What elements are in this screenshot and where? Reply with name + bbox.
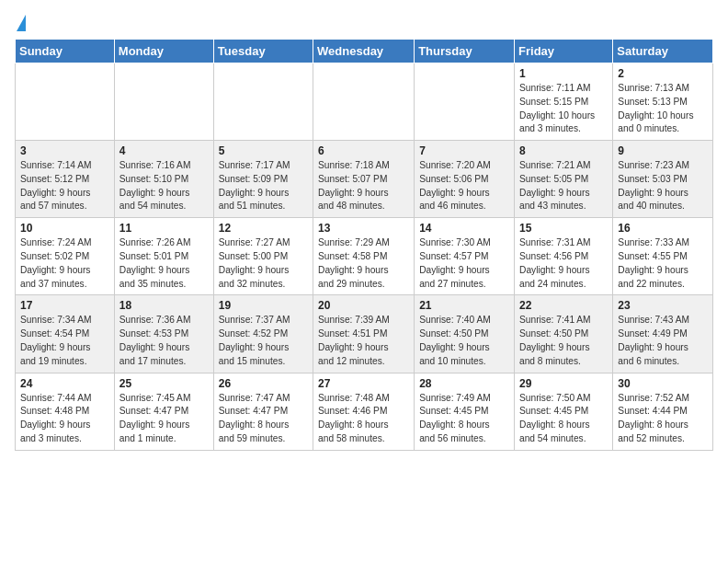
day-info: Sunrise: 7:45 AM Sunset: 4:47 PM Dayligh… bbox=[119, 392, 209, 446]
day-info: Sunrise: 7:36 AM Sunset: 4:53 PM Dayligh… bbox=[119, 314, 209, 368]
header-sunday: Sunday bbox=[16, 40, 115, 63]
day-info: Sunrise: 7:48 AM Sunset: 4:46 PM Dayligh… bbox=[318, 392, 409, 446]
day-info: Sunrise: 7:13 AM Sunset: 5:13 PM Dayligh… bbox=[618, 82, 708, 136]
day-number: 26 bbox=[219, 377, 308, 390]
day-number: 1 bbox=[519, 67, 608, 80]
calendar-cell bbox=[16, 63, 115, 141]
day-info: Sunrise: 7:23 AM Sunset: 5:03 PM Dayligh… bbox=[618, 159, 708, 213]
day-info: Sunrise: 7:31 AM Sunset: 4:56 PM Dayligh… bbox=[519, 236, 608, 291]
day-info: Sunrise: 7:21 AM Sunset: 5:05 PM Dayligh… bbox=[519, 159, 608, 213]
day-number: 17 bbox=[20, 299, 109, 312]
day-number: 23 bbox=[618, 299, 708, 312]
week-row-0: 1Sunrise: 7:11 AM Sunset: 5:15 PM Daylig… bbox=[16, 63, 713, 141]
day-number: 8 bbox=[519, 144, 608, 157]
day-info: Sunrise: 7:52 AM Sunset: 4:44 PM Dayligh… bbox=[618, 392, 708, 446]
day-info: Sunrise: 7:29 AM Sunset: 4:58 PM Dayligh… bbox=[318, 236, 409, 291]
day-number: 7 bbox=[419, 144, 509, 157]
header-thursday: Thursday bbox=[415, 40, 515, 63]
day-info: Sunrise: 7:17 AM Sunset: 5:09 PM Dayligh… bbox=[219, 159, 308, 213]
calendar-cell: 5Sunrise: 7:17 AM Sunset: 5:09 PM Daylig… bbox=[213, 141, 313, 218]
day-number: 16 bbox=[618, 222, 708, 235]
calendar-cell bbox=[213, 63, 313, 141]
week-row-1: 3Sunrise: 7:14 AM Sunset: 5:12 PM Daylig… bbox=[16, 141, 713, 218]
day-info: Sunrise: 7:44 AM Sunset: 4:48 PM Dayligh… bbox=[20, 392, 109, 446]
calendar-cell bbox=[313, 63, 415, 141]
calendar-cell: 10Sunrise: 7:24 AM Sunset: 5:02 PM Dayli… bbox=[16, 218, 115, 295]
header-saturday: Saturday bbox=[613, 40, 713, 63]
calendar-cell: 21Sunrise: 7:40 AM Sunset: 4:50 PM Dayli… bbox=[415, 295, 515, 373]
day-number: 24 bbox=[20, 377, 109, 390]
day-number: 30 bbox=[618, 377, 708, 390]
day-number: 29 bbox=[519, 377, 608, 390]
day-info: Sunrise: 7:33 AM Sunset: 4:55 PM Dayligh… bbox=[618, 236, 708, 291]
day-number: 11 bbox=[119, 222, 209, 235]
day-info: Sunrise: 7:20 AM Sunset: 5:06 PM Dayligh… bbox=[419, 159, 509, 213]
day-info: Sunrise: 7:41 AM Sunset: 4:50 PM Dayligh… bbox=[519, 314, 608, 368]
calendar-cell: 14Sunrise: 7:30 AM Sunset: 4:57 PM Dayli… bbox=[415, 218, 515, 295]
calendar-cell bbox=[114, 63, 213, 141]
day-info: Sunrise: 7:37 AM Sunset: 4:52 PM Dayligh… bbox=[219, 314, 308, 368]
day-info: Sunrise: 7:11 AM Sunset: 5:15 PM Dayligh… bbox=[519, 82, 608, 136]
calendar-cell: 2Sunrise: 7:13 AM Sunset: 5:13 PM Daylig… bbox=[613, 63, 713, 141]
day-info: Sunrise: 7:47 AM Sunset: 4:47 PM Dayligh… bbox=[219, 392, 308, 446]
week-row-2: 10Sunrise: 7:24 AM Sunset: 5:02 PM Dayli… bbox=[16, 218, 713, 295]
day-info: Sunrise: 7:18 AM Sunset: 5:07 PM Dayligh… bbox=[318, 159, 409, 213]
day-number: 27 bbox=[318, 377, 409, 390]
day-number: 6 bbox=[318, 144, 409, 157]
calendar-cell: 29Sunrise: 7:50 AM Sunset: 4:45 PM Dayli… bbox=[515, 373, 613, 450]
day-info: Sunrise: 7:43 AM Sunset: 4:49 PM Dayligh… bbox=[618, 314, 708, 368]
day-number: 28 bbox=[419, 377, 509, 390]
calendar-cell: 4Sunrise: 7:16 AM Sunset: 5:10 PM Daylig… bbox=[114, 141, 213, 218]
day-number: 12 bbox=[219, 222, 308, 235]
day-number: 21 bbox=[419, 299, 509, 312]
calendar-cell: 24Sunrise: 7:44 AM Sunset: 4:48 PM Dayli… bbox=[16, 373, 115, 450]
day-number: 4 bbox=[119, 144, 209, 157]
logo-triangle-icon bbox=[17, 15, 26, 31]
calendar-cell: 28Sunrise: 7:49 AM Sunset: 4:45 PM Dayli… bbox=[415, 373, 515, 450]
calendar-cell: 3Sunrise: 7:14 AM Sunset: 5:12 PM Daylig… bbox=[16, 141, 115, 218]
calendar-cell: 6Sunrise: 7:18 AM Sunset: 5:07 PM Daylig… bbox=[313, 141, 415, 218]
day-number: 13 bbox=[318, 222, 409, 235]
calendar-table: SundayMondayTuesdayWednesdayThursdayFrid… bbox=[15, 39, 713, 451]
logo bbox=[15, 15, 26, 31]
calendar-cell: 17Sunrise: 7:34 AM Sunset: 4:54 PM Dayli… bbox=[16, 295, 115, 373]
calendar-cell: 9Sunrise: 7:23 AM Sunset: 5:03 PM Daylig… bbox=[613, 141, 713, 218]
header-monday: Monday bbox=[114, 40, 213, 63]
calendar-cell: 27Sunrise: 7:48 AM Sunset: 4:46 PM Dayli… bbox=[313, 373, 415, 450]
day-number: 19 bbox=[219, 299, 308, 312]
day-number: 20 bbox=[318, 299, 409, 312]
day-number: 22 bbox=[519, 299, 608, 312]
day-number: 5 bbox=[219, 144, 308, 157]
header-tuesday: Tuesday bbox=[213, 40, 313, 63]
day-info: Sunrise: 7:16 AM Sunset: 5:10 PM Dayligh… bbox=[119, 159, 209, 213]
calendar-cell: 30Sunrise: 7:52 AM Sunset: 4:44 PM Dayli… bbox=[613, 373, 713, 450]
calendar-cell: 20Sunrise: 7:39 AM Sunset: 4:51 PM Dayli… bbox=[313, 295, 415, 373]
calendar-cell: 25Sunrise: 7:45 AM Sunset: 4:47 PM Dayli… bbox=[114, 373, 213, 450]
day-info: Sunrise: 7:34 AM Sunset: 4:54 PM Dayligh… bbox=[20, 314, 109, 368]
header-wednesday: Wednesday bbox=[313, 40, 415, 63]
calendar-cell: 16Sunrise: 7:33 AM Sunset: 4:55 PM Dayli… bbox=[613, 218, 713, 295]
day-info: Sunrise: 7:14 AM Sunset: 5:12 PM Dayligh… bbox=[20, 159, 109, 213]
calendar-cell: 1Sunrise: 7:11 AM Sunset: 5:15 PM Daylig… bbox=[515, 63, 613, 141]
calendar-cell: 15Sunrise: 7:31 AM Sunset: 4:56 PM Dayli… bbox=[515, 218, 613, 295]
day-number: 9 bbox=[618, 144, 708, 157]
calendar-cell: 7Sunrise: 7:20 AM Sunset: 5:06 PM Daylig… bbox=[415, 141, 515, 218]
day-number: 18 bbox=[119, 299, 209, 312]
calendar-cell: 12Sunrise: 7:27 AM Sunset: 5:00 PM Dayli… bbox=[213, 218, 313, 295]
week-row-3: 17Sunrise: 7:34 AM Sunset: 4:54 PM Dayli… bbox=[16, 295, 713, 373]
day-number: 25 bbox=[119, 377, 209, 390]
day-info: Sunrise: 7:27 AM Sunset: 5:00 PM Dayligh… bbox=[219, 236, 308, 291]
calendar-cell bbox=[415, 63, 515, 141]
day-info: Sunrise: 7:50 AM Sunset: 4:45 PM Dayligh… bbox=[519, 392, 608, 446]
calendar-body: 1Sunrise: 7:11 AM Sunset: 5:15 PM Daylig… bbox=[16, 63, 713, 451]
calendar-cell: 13Sunrise: 7:29 AM Sunset: 4:58 PM Dayli… bbox=[313, 218, 415, 295]
calendar-cell: 26Sunrise: 7:47 AM Sunset: 4:47 PM Dayli… bbox=[213, 373, 313, 450]
day-number: 15 bbox=[519, 222, 608, 235]
day-info: Sunrise: 7:30 AM Sunset: 4:57 PM Dayligh… bbox=[419, 236, 509, 291]
day-number: 10 bbox=[20, 222, 109, 235]
day-info: Sunrise: 7:49 AM Sunset: 4:45 PM Dayligh… bbox=[419, 392, 509, 446]
header-friday: Friday bbox=[515, 40, 613, 63]
day-info: Sunrise: 7:39 AM Sunset: 4:51 PM Dayligh… bbox=[318, 314, 409, 368]
day-number: 3 bbox=[20, 144, 109, 157]
day-info: Sunrise: 7:26 AM Sunset: 5:01 PM Dayligh… bbox=[119, 236, 209, 291]
